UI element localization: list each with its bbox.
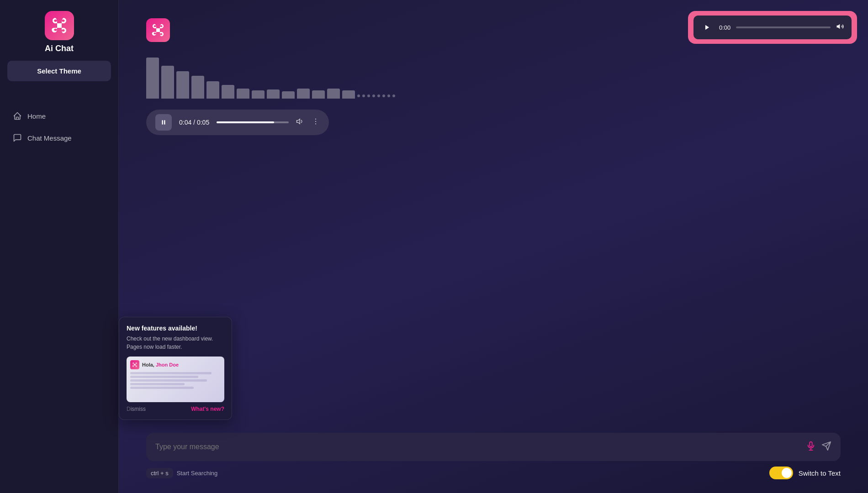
notification-title: New features available! [127,325,224,332]
playhead-dot-2 [367,94,370,97]
microphone-button[interactable] [806,441,816,453]
home-icon [13,111,22,121]
svg-rect-7 [810,442,812,447]
playhead-dot-7 [392,94,395,97]
select-theme-button[interactable]: Select Theme [7,61,111,81]
waveform-bar-12 [327,89,340,99]
keyboard-shortcut: ctrl + s [146,468,173,478]
app-logo-icon [45,11,74,40]
pause-icon [160,119,167,126]
audio-progress-bar[interactable] [736,26,831,28]
sidebar-item-chat[interactable]: Chat Message [7,129,111,147]
notification-thumbnail: Hola, Jhon Doe [127,357,224,402]
sidebar: Ai Chat Select Theme Home Chat Message [0,0,119,493]
sidebar-item-chat-label: Chat Message [27,134,72,142]
volume-icon-bar [296,117,304,126]
playback-progress[interactable] [217,121,289,123]
waveform-bar-7 [252,90,265,99]
whats-new-button[interactable]: What's new? [191,406,224,412]
shortcut-hint: ctrl + s Start Searching [146,468,217,478]
message-input[interactable] [155,443,800,451]
svg-rect-2 [164,120,165,124]
playhead-dot-4 [377,94,380,97]
main-content: 0:00 0:04 / 0: [119,0,868,493]
thumb-line-4 [130,383,185,385]
logo-area: Ai Chat Select Theme [7,11,111,81]
sidebar-item-home-label: Home [27,112,46,120]
thumb-content-lines [130,372,221,389]
switch-to-text-toggle[interactable] [769,467,793,479]
thumb-line-5 [130,387,194,389]
thumb-greeting: Hola, Jhon Doe [142,362,179,367]
waveform-bar-13 [342,90,355,99]
shortcut-keys: ctrl + s [151,470,169,477]
volume-control-button[interactable] [296,117,304,127]
notification-body: Check out the new dashboard view. Pages … [127,335,224,351]
play-icon [704,24,710,31]
playhead-dot-5 [382,94,385,97]
thumb-command-icon [132,362,138,367]
audio-play-button[interactable] [701,21,714,34]
waveform-bar-1 [161,66,174,99]
waveform-visualization [146,53,841,99]
waveform-bar-6 [237,89,249,99]
dismiss-prefix: D [127,406,131,412]
message-input-wrapper [146,433,841,461]
bot-command-icon [151,23,165,37]
playhead-dot-3 [372,94,375,97]
progress-fill [217,121,274,123]
top-audio-player: 0:00 [688,11,857,44]
input-area: ctrl + s Start Searching Switch to Text [119,424,868,493]
switch-label: Switch to Text [799,469,841,477]
thumb-header: Hola, Jhon Doe [130,360,221,369]
bot-logo [146,18,170,42]
svg-marker-3 [297,119,300,124]
svg-point-6 [315,123,316,124]
thumb-line-3 [130,379,207,382]
audio-time-bar: 0:04 / 0:05 [179,119,209,126]
playhead-dot-1 [362,94,365,97]
thumb-line-1 [130,372,212,374]
svg-point-4 [315,119,316,120]
svg-rect-1 [162,120,163,124]
playhead-dot-0 [357,94,360,97]
waveform-bar-0 [146,58,159,99]
thumb-logo-icon [130,360,139,369]
audio-control-bar: 0:04 / 0:05 [146,110,329,135]
waveform-bar-2 [176,71,189,99]
thumb-line-2 [130,376,198,378]
more-options-button[interactable] [312,117,320,127]
svg-point-5 [315,121,316,122]
switch-area: Switch to Text [769,467,841,479]
volume-icon [836,22,844,31]
app-title: Ai Chat [45,44,74,53]
waveform-bar-5 [222,85,234,99]
send-button[interactable] [821,441,831,453]
svg-marker-0 [705,25,709,30]
command-icon [50,16,69,35]
waveform-bar-3 [191,76,204,99]
chat-icon [13,133,22,142]
more-dots-icon [312,117,320,126]
audio-volume-button[interactable] [836,22,844,32]
toggle-knob [782,468,792,478]
waveform-bar-4 [206,81,219,99]
sidebar-item-home[interactable]: Home [7,107,111,125]
thumb-username: Jhon Doe [156,362,179,367]
waveform-bar-9 [282,91,295,99]
audio-time-display: 0:00 [719,24,730,31]
waveform-bar-10 [297,89,310,99]
sidebar-nav: Home Chat Message [7,107,111,147]
waveform-bar-8 [267,89,280,99]
waveform-bar-11 [312,90,325,99]
bottom-bar: ctrl + s Start Searching Switch to Text [146,467,841,479]
audio-player-inner: 0:00 [693,16,852,39]
pause-button[interactable] [155,114,172,131]
mic-icon [806,441,816,451]
thumbnail-inner: Hola, Jhon Doe [127,357,224,402]
send-icon [821,441,831,451]
playhead-dot-6 [387,94,390,97]
notification-popup: New features available! Check out the ne… [119,317,232,420]
shortcut-label: Start Searching [177,470,218,477]
dismiss-button[interactable]: Dismiss [127,406,146,412]
